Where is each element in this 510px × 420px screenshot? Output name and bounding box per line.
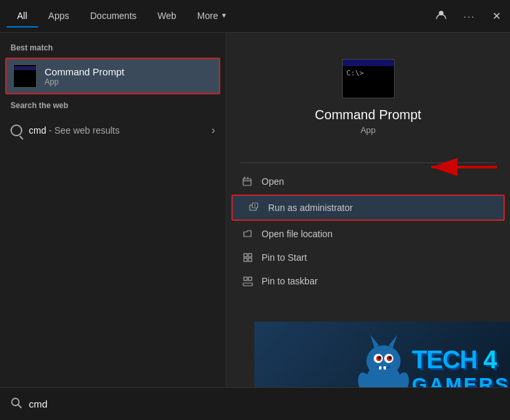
svg-rect-7 [248, 258, 252, 261]
svg-point-14 [366, 345, 401, 377]
app-title: Command Prompt [315, 107, 421, 123]
search-web-item[interactable]: cmd - See web results › [10, 121, 215, 140]
search-input[interactable] [29, 398, 500, 410]
tab-web[interactable]: Web [147, 5, 187, 28]
best-match-text: Command Prompt App [45, 66, 125, 86]
open-icon [242, 176, 254, 187]
search-web-text: cmd - See web results [29, 125, 212, 136]
right-panel: Command Prompt App Open [226, 33, 510, 420]
cmd-small-icon [13, 64, 37, 88]
svg-point-19 [378, 356, 381, 359]
run-admin-icon [248, 202, 260, 214]
search-arrow-icon: › [212, 124, 215, 136]
user-icon[interactable] [433, 7, 449, 26]
search-query: cmd [29, 125, 46, 136]
svg-rect-1 [243, 179, 251, 185]
app-icon-large [342, 59, 395, 98]
run-admin-label: Run as administrator [268, 202, 353, 213]
start-menu: All Apps Documents Web More ▼ ··· ✕ Best… [0, 0, 510, 420]
close-icon[interactable]: ✕ [490, 7, 503, 25]
body-area: Best match Command Prompt App Search the… [0, 33, 510, 420]
search-bar-icon [10, 397, 22, 411]
file-location-label: Open file location [262, 229, 332, 239]
chevron-down-icon: ▼ [221, 12, 227, 19]
svg-rect-6 [244, 258, 247, 261]
svg-rect-8 [244, 277, 247, 280]
best-match-label: Best match [0, 39, 226, 55]
search-suffix: - See web results [46, 125, 119, 136]
svg-rect-23 [379, 366, 382, 370]
top-nav: All Apps Documents Web More ▼ ··· ✕ [0, 0, 510, 33]
app-subtitle: App [361, 125, 376, 135]
web-search-icon [10, 124, 22, 136]
pin-taskbar-icon [242, 275, 254, 287]
best-match-item[interactable]: Command Prompt App [5, 58, 220, 94]
file-location-icon [242, 228, 254, 240]
best-match-title: Command Prompt [45, 66, 125, 77]
pin-start-label: Pin to Start [262, 252, 307, 263]
menu-item-pin-start[interactable]: Pin to Start [226, 246, 510, 269]
pin-taskbar-label: Pin to taskbar [262, 276, 318, 286]
context-menu: Open Run as administrator [226, 167, 510, 296]
search-bar [0, 387, 510, 420]
divider [241, 162, 496, 163]
best-match-subtitle: App [45, 77, 125, 86]
menu-item-file-location[interactable]: Open file location [226, 222, 510, 246]
menu-item-pin-taskbar[interactable]: Pin to taskbar [226, 269, 510, 293]
ellipsis-icon[interactable]: ··· [461, 9, 478, 24]
svg-marker-22 [389, 335, 397, 348]
menu-item-run-admin[interactable]: Run as administrator [231, 195, 505, 221]
svg-rect-9 [248, 277, 252, 280]
search-web-section: cmd - See web results › [0, 113, 226, 143]
tab-all[interactable]: All [7, 5, 38, 28]
nav-icons: ··· ✕ [433, 7, 503, 26]
svg-point-20 [389, 356, 391, 359]
svg-line-32 [18, 404, 22, 408]
search-web-label: Search the web [0, 97, 226, 113]
pin-start-icon [242, 252, 254, 263]
svg-rect-5 [248, 254, 252, 257]
svg-rect-4 [244, 254, 247, 257]
left-panel: Best match Command Prompt App Search the… [0, 33, 226, 420]
t4g-line1: TECH 4 [412, 347, 510, 372]
tab-documents[interactable]: Documents [79, 5, 147, 28]
tab-more[interactable]: More ▼ [187, 5, 238, 28]
tab-apps[interactable]: Apps [38, 5, 80, 28]
menu-item-open[interactable]: Open [226, 170, 510, 193]
svg-marker-21 [370, 335, 379, 348]
svg-rect-24 [383, 366, 386, 370]
svg-rect-3 [252, 203, 258, 208]
app-detail: Command Prompt App [226, 33, 510, 159]
open-label: Open [262, 176, 284, 187]
svg-rect-10 [243, 283, 252, 286]
